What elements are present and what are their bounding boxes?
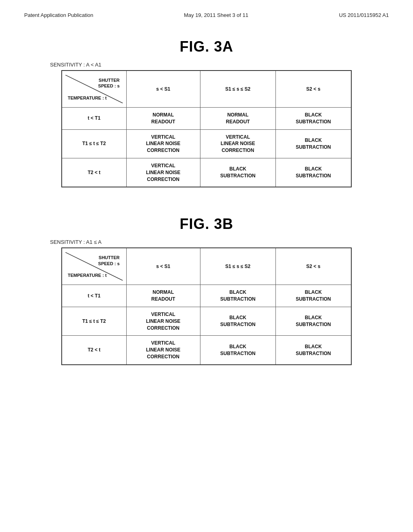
fig3b-row0-label: t < T1 <box>62 285 126 307</box>
fig3a-row2-c2: BLACKSUBTRACTION <box>200 158 275 187</box>
fig3b-row0-c2: BLACKSUBTRACTION <box>200 285 275 307</box>
header-left: Patent Application Publication <box>24 12 93 18</box>
header-diagonal-cell: SHUTTERSPEED : s TEMPERATURE : t <box>62 71 126 108</box>
fig3b-header-row: SHUTTERSPEED : s TEMPERATURE : t s < S1 … <box>62 248 351 285</box>
fig3b-col2-header: S1 ≤ s ≤ S2 <box>200 248 275 285</box>
fig3a-row2-c1: VERTICALLINEAR NOISECORRECTION <box>126 158 200 187</box>
fig3b-table: SHUTTERSPEED : s TEMPERATURE : t s < S1 … <box>61 247 352 365</box>
fig3a-col1-header: s < S1 <box>126 71 200 108</box>
fig3a-row0-c2: NORMALREADOUT <box>200 108 275 130</box>
fig3a-row1-c1: VERTICALLINEAR NOISECORRECTION <box>126 129 200 158</box>
fig3a-section: SENSITIVITY : A < A1 SHUTTERSPEED : s TE… <box>48 62 365 204</box>
fig3a-row-1: T1 ≤ t ≤ T2 VERTICALLINEAR NOISECORRECTI… <box>62 129 351 158</box>
fig3b-row2-c1: VERTICALLINEAR NOISECORRECTION <box>126 336 200 365</box>
header-temp-label: TEMPERATURE : t <box>68 95 106 101</box>
table-header-row: SHUTTERSPEED : s TEMPERATURE : t s < S1 … <box>62 71 351 108</box>
fig3a-row-0: t < T1 NORMALREADOUT NORMALREADOUT BLACK… <box>62 108 351 130</box>
header-shutter-label: SHUTTERSPEED : s <box>98 77 119 89</box>
fig3b-sensitivity: SENSITIVITY : A1 ≤ A <box>50 239 102 245</box>
fig3a-title: FIG. 3A <box>24 38 389 55</box>
fig3b-row2-c3: BLACKSUBTRACTION <box>275 336 351 365</box>
fig3a-row2-c3: BLACKSUBTRACTION <box>275 158 351 187</box>
fig3a-row1-c3: BLACKSUBTRACTION <box>275 129 351 158</box>
fig3a-row2-label: T2 < t <box>62 158 126 187</box>
fig3b-header-shutter-label: SHUTTERSPEED : s <box>98 255 119 266</box>
fig3b-row1-c1: VERTICALLINEAR NOISECORRECTION <box>126 307 200 335</box>
header-right: US 2011/0115952 A1 <box>339 12 389 18</box>
fig3a-col2-header: S1 ≤ s ≤ S2 <box>200 71 275 108</box>
header-middle: May 19, 2011 Sheet 3 of 11 <box>184 12 248 18</box>
fig3b-header-temp-label: TEMPERATURE : t <box>68 272 106 278</box>
fig3b-section: SENSITIVITY : A1 ≤ A SHUTTERSPEED : s TE… <box>48 239 365 381</box>
fig3b-header-diagonal-cell: SHUTTERSPEED : s TEMPERATURE : t <box>62 248 126 285</box>
fig3a-row-2: T2 < t VERTICALLINEAR NOISECORRECTION BL… <box>62 158 351 187</box>
fig3b-row1-c3: BLACKSUBTRACTION <box>275 307 351 335</box>
page: Patent Application Publication May 19, 2… <box>0 0 413 532</box>
fig3b-row2-label: T2 < t <box>62 336 126 365</box>
fig3b-row1-label: T1 ≤ t ≤ T2 <box>62 307 126 335</box>
fig3a-col3-header: S2 < s <box>275 71 351 108</box>
fig3b-col3-header: S2 < s <box>275 248 351 285</box>
page-header: Patent Application Publication May 19, 2… <box>24 8 389 26</box>
fig3b-row-1: T1 ≤ t ≤ T2 VERTICALLINEAR NOISECORRECTI… <box>62 307 351 335</box>
fig3b-row0-c3: BLACKSUBTRACTION <box>275 285 351 307</box>
fig3b-row2-c2: BLACKSUBTRACTION <box>200 336 275 365</box>
fig3a-row0-c3: BLACKSUBTRACTION <box>275 108 351 130</box>
fig3a-sensitivity: SENSITIVITY : A < A1 <box>50 62 101 68</box>
fig3a-row1-c2: VERTICALLINEAR NOISECORRECTION <box>200 129 275 158</box>
fig3b-row1-c2: BLACKSUBTRACTION <box>200 307 275 335</box>
fig3b-col1-header: s < S1 <box>126 248 200 285</box>
fig3a-table: SHUTTERSPEED : s TEMPERATURE : t s < S1 … <box>61 70 352 187</box>
fig3a-row0-c1: NORMALREADOUT <box>126 108 200 130</box>
fig3b-row-0: t < T1 NORMALREADOUT BLACKSUBTRACTION BL… <box>62 285 351 307</box>
fig3b-row-2: T2 < t VERTICALLINEAR NOISECORRECTION BL… <box>62 336 351 365</box>
fig3b-title: FIG. 3B <box>24 216 389 233</box>
fig3a-row0-label: t < T1 <box>62 108 126 130</box>
fig3b-row0-c1: NORMALREADOUT <box>126 285 200 307</box>
fig3a-row1-label: T1 ≤ t ≤ T2 <box>62 129 126 158</box>
